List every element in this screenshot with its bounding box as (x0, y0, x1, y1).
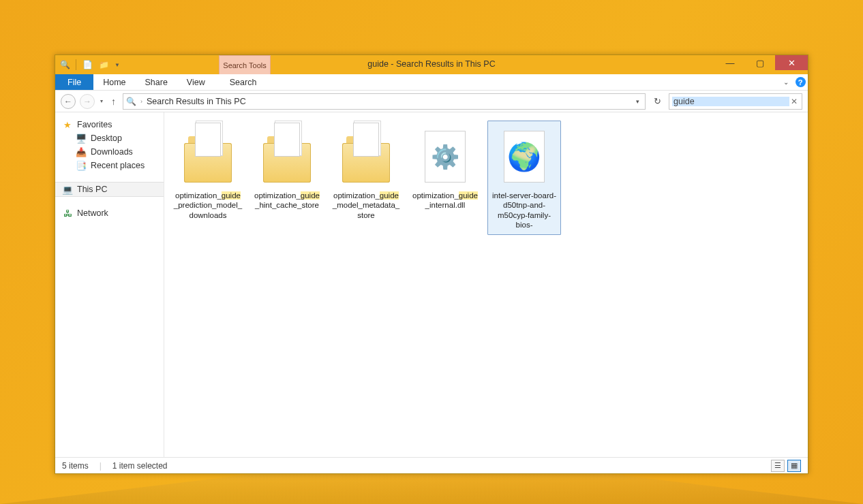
search-icon: 🔍 (59, 59, 70, 70)
quick-access-toolbar: 🔍 📄 📁 ▼ (55, 55, 124, 74)
pc-icon: 💻 (62, 184, 73, 195)
nav-this-pc[interactable]: 💻 This PC (55, 182, 164, 197)
nav-network-label: Network (77, 208, 108, 218)
nav-favorites-label: Favorites (77, 120, 112, 129)
forward-button[interactable]: → (80, 94, 95, 109)
title-bar: 🔍 📄 📁 ▼ Search Tools guide - Search Resu… (55, 55, 808, 74)
maximize-button[interactable]: ▢ (745, 55, 775, 70)
tab-share[interactable]: Share (136, 74, 177, 90)
file-name: optimization_guide_hint_cache_store (252, 191, 322, 210)
tab-file[interactable]: File (55, 74, 93, 90)
nav-this-pc-label: This PC (77, 185, 107, 194)
nav-favorites[interactable]: ★ Favorites (55, 118, 164, 131)
html-icon: 🌍 (495, 125, 554, 188)
close-button[interactable]: ✕ (775, 55, 808, 70)
details-view-button[interactable]: ☰ (771, 460, 785, 472)
file-name: optimization_guide_model_metadata_store (331, 191, 401, 220)
network-icon: 🖧 (62, 208, 73, 219)
address-bar[interactable]: 🔍 › Search Results in This PC ▾ (123, 93, 646, 110)
status-selection: 1 item selected (112, 461, 168, 471)
folder-icon (258, 125, 316, 188)
view-toggle: ☰ ▦ (771, 460, 801, 472)
tab-search[interactable]: Search (220, 74, 267, 90)
new-folder-icon[interactable]: 📁 (98, 59, 109, 70)
dll-icon: ⚙️ (416, 125, 474, 188)
star-icon: ★ (62, 119, 73, 130)
minimize-button[interactable]: — (715, 55, 745, 70)
refresh-button[interactable]: ↻ (650, 96, 665, 106)
recent-icon: 📑 (76, 160, 87, 171)
back-button[interactable]: ← (61, 94, 76, 109)
window-title: guide - Search Results in This PC (55, 59, 808, 69)
tab-view[interactable]: View (177, 74, 215, 90)
explorer-window: 🔍 📄 📁 ▼ Search Tools guide - Search Resu… (55, 54, 808, 474)
items-container: optimization_guide_prediction_model_down… (171, 121, 801, 235)
window-body: ★ Favorites 🖥️ Desktop 📥 Downloads 📑 Rec… (55, 112, 808, 457)
search-box[interactable]: guide ✕ (669, 93, 802, 110)
navigation-row: ← → ▾ ↑ 🔍 › Search Results in This PC ▾ … (55, 91, 808, 112)
contextual-tab-search-tools[interactable]: Search Tools (219, 55, 271, 74)
folder-icon (337, 125, 395, 188)
status-separator: | (100, 461, 102, 471)
nav-network[interactable]: 🖧 Network (55, 206, 164, 220)
search-term[interactable]: guide (672, 97, 789, 106)
items-view[interactable]: optimization_guide_prediction_model_down… (164, 112, 808, 457)
ribbon-expand-icon[interactable]: ⌄ (779, 74, 793, 90)
ribbon-tabs: File Home Share View Search ⌄ ? (55, 74, 808, 91)
nav-downloads-label: Downloads (91, 147, 133, 157)
status-item-count: 5 items (62, 461, 89, 471)
nav-recent-places[interactable]: 📑 Recent places (55, 159, 164, 172)
help-icon: ? (796, 77, 806, 87)
file-item[interactable]: optimization_guide_hint_cache_store (250, 121, 324, 215)
downloads-icon: 📥 (76, 146, 87, 157)
nav-recent-label: Recent places (91, 161, 145, 170)
large-icons-view-button[interactable]: ▦ (787, 460, 801, 472)
navigation-pane: ★ Favorites 🖥️ Desktop 📥 Downloads 📑 Rec… (55, 112, 164, 457)
file-item[interactable]: optimization_guide_model_metadata_store (329, 121, 403, 225)
search-clear-icon[interactable]: ✕ (789, 97, 799, 106)
qat-separator (76, 59, 76, 70)
help-button[interactable]: ? (793, 74, 808, 90)
nav-desktop-label: Desktop (91, 133, 122, 143)
file-item[interactable]: optimization_guide_prediction_model_down… (171, 121, 245, 225)
address-crumb[interactable]: Search Results in This PC (147, 97, 629, 106)
address-search-icon: 🔍 (126, 97, 136, 106)
address-dropdown-icon[interactable]: ▾ (633, 98, 642, 105)
file-name: optimization_guide_prediction_model_down… (173, 191, 243, 220)
file-item[interactable]: 🌍intel-server-board-d50tnp-and-m50cyp-fa… (487, 121, 561, 235)
nav-desktop[interactable]: 🖥️ Desktop (55, 131, 164, 145)
file-name: optimization_guide_internal.dll (410, 191, 480, 210)
desktop-icon: 🖥️ (76, 133, 87, 144)
file-item[interactable]: ⚙️optimization_guide_internal.dll (408, 121, 482, 215)
status-bar: 5 items | 1 item selected ☰ ▦ (55, 457, 808, 473)
tab-home[interactable]: Home (93, 74, 135, 90)
up-button[interactable]: ↑ (108, 96, 119, 107)
history-dropdown-icon[interactable]: ▾ (99, 98, 104, 104)
properties-icon[interactable]: 📄 (82, 59, 93, 70)
file-name: intel-server-board-d50tnp-and-m50cyp-fam… (489, 191, 559, 230)
nav-downloads[interactable]: 📥 Downloads (55, 145, 164, 159)
address-chevron-icon: › (140, 98, 142, 105)
folder-icon (179, 125, 237, 188)
qat-dropdown-icon[interactable]: ▼ (115, 62, 120, 68)
window-controls: — ▢ ✕ (715, 55, 808, 70)
